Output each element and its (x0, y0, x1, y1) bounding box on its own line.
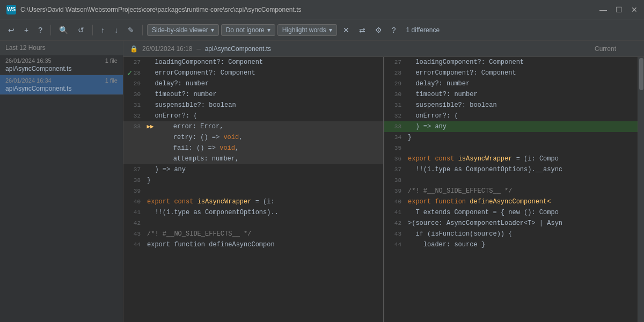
line-num-right-17: 44 (384, 239, 406, 250)
window-title: C:\Users\David Watson\WebstormProjects\c… (20, 6, 599, 13)
help-button[interactable]: ? (34, 24, 46, 36)
sidebar: Last 12 Hours 26/01/2024 16:35 apiAsyncC… (0, 41, 123, 322)
edit-button[interactable]: ✎ (124, 24, 138, 36)
line-content-right-10: !!(i.type as ComponentOptions).__async (406, 164, 644, 175)
code-line-right-0: 27 loadingComponent?: Component (384, 57, 644, 68)
line-content-left-16: /*! #__NO_SIDE_EFFECTS__ */ (145, 229, 383, 239)
line-num-left-11: 38 (123, 175, 145, 186)
code-line-left-15: 42 (123, 218, 383, 229)
right-scrollbar[interactable] (638, 57, 644, 322)
line-num-left-7 (123, 132, 145, 143)
window-controls: — ☐ ✕ (599, 5, 638, 14)
help2-button[interactable]: ? (388, 24, 400, 36)
code-line-left-16: 43 /*! #__NO_SIDE_EFFECTS__ */ (123, 229, 383, 239)
diff-panel-left[interactable]: ✓ 27 loadingComponent?: Component 28 err… (123, 57, 384, 322)
toolbar-separator-1 (50, 25, 51, 35)
line-content-left-13: export const isAsyncWrapper = (i: (145, 196, 383, 207)
line-content-left-17: export function defineAsyncCompon (145, 239, 383, 250)
line-num-left-6: 33 (123, 121, 145, 132)
code-line-left-17: 44 export function defineAsyncCompon (123, 239, 383, 250)
next-diff-button[interactable]: ↓ (111, 24, 122, 36)
ignore-dropdown[interactable]: Do not ignore ▾ (221, 24, 275, 36)
line-num-left-13: 40 (123, 196, 145, 207)
line-content-right-17: loader: source } (406, 239, 644, 250)
minimize-button[interactable]: — (599, 5, 607, 14)
line-num-left-9 (123, 153, 145, 164)
swap-button[interactable]: ⇄ (355, 24, 369, 36)
diff-panel-right[interactable]: 27 loadingComponent?: Component 28 error… (384, 57, 644, 322)
diff-area: 🔒 26/01/2024 16:18 – apiAsyncComponent.t… (123, 41, 644, 322)
code-line-right-4: 31 suspensible?: boolean (384, 100, 644, 111)
line-content-left-14: !!(i.type as ComponentOptions).. (145, 207, 383, 218)
undo-button[interactable]: ↩ (4, 24, 18, 36)
sidebar-item-1[interactable]: 26/01/2024 16:34 apiAsyncComponent.ts 1 … (0, 75, 123, 95)
line-num-right-12: 39 (384, 186, 406, 196)
highlight-chevron-icon: ▾ (329, 26, 332, 34)
diff-current-label: Current (595, 45, 638, 53)
line-content-left-10: ) => any (145, 164, 383, 175)
sidebar-item-name-1: apiAsyncComponent.ts (5, 85, 103, 92)
prev-diff-button[interactable]: ↑ (97, 24, 108, 36)
line-num-left-17: 44 (123, 239, 145, 250)
check-icon: ✓ (127, 69, 133, 77)
code-line-right-6: 33 ) => any (384, 121, 644, 132)
sidebar-item-date-0: 26/01/2024 16:35 (5, 57, 103, 64)
line-content-right-11 (406, 175, 644, 186)
line-content-right-14: T extends Component = { new (): Compo (406, 207, 644, 218)
viewer-label: Side-by-side viewer (152, 26, 208, 34)
line-content-right-16: if (isFunction(source)) { (406, 229, 644, 239)
fold-arrow-icon[interactable]: ▶▶ (145, 121, 156, 132)
line-num-right-7: 34 (384, 132, 406, 143)
code-line-right-11: 38 (384, 175, 644, 186)
close-button[interactable]: ✕ (631, 5, 638, 14)
line-num-left-5: 32 (123, 111, 145, 121)
line-num-right-16: 43 (384, 229, 406, 239)
maximize-button[interactable]: ☐ (616, 5, 623, 14)
viewer-dropdown[interactable]: Side-by-side viewer ▾ (147, 24, 219, 36)
code-line-left-4: 31 suspensible?: boolean (123, 100, 383, 111)
line-content-right-8 (406, 143, 644, 153)
main-layout: Last 12 Hours 26/01/2024 16:35 apiAsyncC… (0, 41, 644, 322)
sidebar-item-info-0: 26/01/2024 16:35 apiAsyncComponent.ts (5, 57, 103, 72)
line-num-right-5: 32 (384, 111, 406, 121)
toolbar-separator-3 (142, 25, 143, 35)
highlight-label: Highlight words (282, 26, 326, 34)
code-line-right-7: 34 } (384, 132, 644, 143)
line-num-right-4: 31 (384, 100, 406, 111)
code-line-right-2: 29 delay?: number (384, 78, 644, 89)
add-button[interactable]: + (20, 24, 32, 36)
sidebar-item-0[interactable]: 26/01/2024 16:35 apiAsyncComponent.ts 1 … (0, 55, 123, 75)
line-content-left-15 (145, 218, 383, 229)
settings-button[interactable]: ⚙ (371, 24, 386, 36)
line-num-right-6: 33 (384, 121, 406, 132)
line-num-right-3: 30 (384, 89, 406, 100)
ignore-label: Do not ignore (226, 26, 265, 34)
scroll-thumb[interactable] (639, 58, 643, 90)
code-line-right-17: 44 loader: source } (384, 239, 644, 250)
line-content-left-8: fail: () => void, (156, 143, 383, 153)
close-diff-button[interactable]: ✕ (339, 24, 353, 36)
refresh-button[interactable]: ↺ (74, 24, 88, 36)
code-line-left-11: 38 } (123, 175, 383, 186)
diff-file-date: 26/01/2024 16:18 (142, 45, 192, 53)
line-content-right-0: loadingComponent?: Component (406, 57, 639, 68)
line-content-left-12 (145, 186, 383, 196)
line-num-right-11: 38 (384, 175, 406, 186)
diff-separator: – (196, 45, 200, 53)
left-code-area[interactable]: 27 loadingComponent?: Component 28 error… (123, 57, 383, 322)
line-num-left-12: 39 (123, 186, 145, 196)
app-icon: WS (6, 5, 16, 14)
highlight-dropdown[interactable]: Highlight words ▾ (277, 24, 337, 36)
code-line-right-5: 32 onError?: ( (384, 111, 644, 121)
code-line-left-5: 32 onError?: ( (123, 111, 383, 121)
code-line-left-10: 37 ) => any (123, 164, 383, 175)
line-content-left-3: timeout?: number (145, 89, 383, 100)
line-content-right-12: /*! #__NO_SIDE_EFFECTS__ */ (406, 186, 644, 196)
code-line-right-12: 39 /*! #__NO_SIDE_EFFECTS__ */ (384, 186, 644, 196)
line-num-left-3: 30 (123, 89, 145, 100)
search-button[interactable]: 🔍 (55, 24, 72, 36)
line-num-right-15: 42 (384, 218, 406, 229)
right-code-area[interactable]: 27 loadingComponent?: Component 28 error… (384, 57, 644, 322)
line-num-left-0: 27 (123, 57, 145, 68)
code-line-left-2: 29 delay?: number (123, 78, 383, 89)
